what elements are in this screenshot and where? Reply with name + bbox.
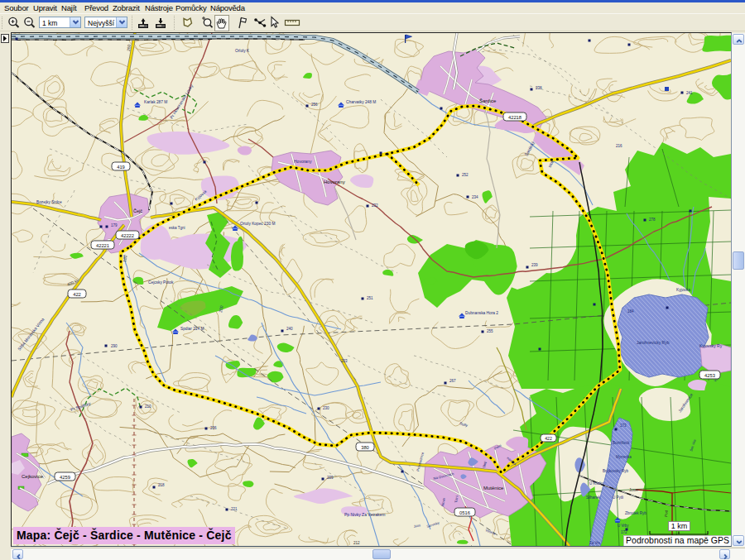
svg-text:Mutěnice: Mutěnice (483, 486, 504, 491)
svg-text:172: 172 (621, 530, 627, 534)
svg-text:290: 290 (111, 344, 118, 348)
svg-text:239: 239 (531, 263, 538, 267)
svg-text:206: 206 (210, 426, 217, 430)
svg-text:eska Tgni: eska Tgni (169, 226, 185, 230)
svg-text:Šardice: Šardice (479, 98, 497, 103)
svg-text:252: 252 (462, 173, 469, 177)
svg-text:Bozejky Srdce: Bozejky Srdce (36, 200, 62, 204)
svg-text:Hovorany: Hovorany (324, 179, 345, 184)
svg-text:U Pytli: U Pytli (613, 495, 623, 500)
svg-text:Bozirifleck: Bozirifleck (613, 441, 630, 445)
svg-text:Kyjovsky Ry: Kyjovsky Ry (699, 343, 723, 348)
svg-text:Brojkovsky Ryb: Brojkovsky Ryb (603, 469, 629, 473)
svg-text:Cejcsky Potok: Cejcsky Potok (148, 280, 174, 285)
svg-text:Za Vrs: Za Vrs (589, 541, 601, 545)
svg-text:Ortoly Kopec 230 M: Ortoly Kopec 230 M (240, 222, 275, 226)
svg-text:Orloly K: Orloly K (235, 49, 250, 53)
svg-text:Silhanek: Silhanek (586, 495, 601, 500)
svg-text:179: 179 (111, 223, 118, 227)
svg-text:Cejkovice: Cejkovice (22, 474, 44, 479)
svg-text:0516: 0516 (459, 510, 470, 515)
svg-text:210: 210 (145, 404, 151, 409)
svg-text:209: 209 (327, 476, 334, 480)
svg-text:256: 256 (311, 103, 318, 107)
svg-text:267: 267 (449, 379, 456, 383)
svg-text:Charvatky 248 M: Charvatky 248 M (346, 100, 376, 104)
svg-text:Karlak 287 M: Karlak 287 M (144, 100, 167, 104)
svg-text:218: 218 (158, 483, 165, 487)
svg-text:216: 216 (616, 144, 622, 148)
svg-text:241: 241 (686, 91, 693, 95)
svg-text:240: 240 (286, 327, 293, 331)
svg-text:184: 184 (627, 309, 634, 314)
svg-text:Pod: Pod (664, 510, 669, 517)
svg-text:4259: 4259 (60, 475, 70, 480)
svg-text:173: 173 (620, 424, 627, 428)
svg-text:U Vrby: U Vrby (618, 524, 629, 528)
svg-text:232: 232 (372, 203, 378, 208)
svg-text:Pp Nivky Za Vetrakem: Pp Nivky Za Vetrakem (344, 512, 385, 517)
svg-text:419: 419 (117, 165, 125, 170)
svg-text:230: 230 (323, 406, 329, 410)
svg-text:251: 251 (367, 296, 373, 300)
svg-text:234: 234 (472, 195, 478, 199)
svg-text:278: 278 (649, 218, 656, 222)
svg-text:4253: 4253 (704, 373, 715, 378)
svg-text:42218: 42218 (508, 115, 522, 120)
svg-text:422: 422 (73, 292, 81, 297)
svg-text:Kyjovka: Kyjovka (676, 288, 690, 292)
svg-text:Spdiar 214 M: Spdiar 214 M (180, 327, 204, 331)
svg-text:Myrrenka: Myrrenka (616, 455, 632, 459)
svg-text:221: 221 (231, 507, 238, 511)
svg-text:Joser: Joser (629, 488, 639, 492)
svg-text:203: 203 (341, 359, 348, 363)
svg-text:Čejč: Čejč (133, 208, 142, 213)
svg-text:238: 238 (536, 86, 542, 90)
svg-text:42222: 42222 (121, 233, 134, 238)
svg-text:Hovorany: Hovorany (294, 159, 312, 164)
svg-text:380: 380 (361, 445, 369, 450)
svg-text:212: 212 (353, 541, 360, 545)
svg-text:255: 255 (487, 329, 493, 333)
svg-text:Jarohnevicky Ryb: Jarohnevicky Ryb (637, 340, 670, 345)
svg-text:260: 260 (126, 44, 132, 51)
svg-text:Zbrodek Ryb: Zbrodek Ryb (625, 511, 646, 515)
svg-text:U Krizku: U Krizku (589, 481, 603, 486)
svg-text:42221: 42221 (96, 243, 109, 248)
svg-text:Dubnanska Hora 2: Dubnanska Hora 2 (465, 311, 498, 315)
svg-text:422: 422 (545, 436, 552, 441)
